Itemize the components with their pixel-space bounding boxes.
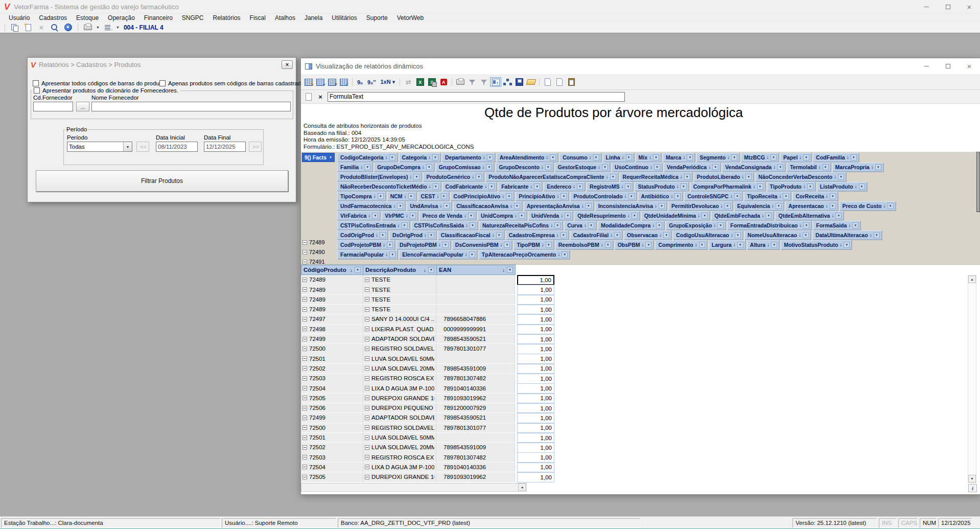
field-chip-departamento[interactable]: Departamento↓▼ <box>442 153 495 162</box>
dialog-titlebar[interactable]: V Relatórios > Cadastros > Produtos × <box>28 58 296 71</box>
field-chip-vlrfabrica[interactable]: VlrFabrica↓▼ <box>337 211 380 220</box>
collapse-icon[interactable] <box>302 475 307 479</box>
sort-arrow-icon[interactable]: ↓ <box>826 194 828 199</box>
sort-arrow-icon[interactable]: ↓ <box>606 174 609 179</box>
transfer-icon[interactable] <box>403 78 413 86</box>
cell-descricao-produto[interactable]: ADAPTADOR SOLDAVE... <box>363 334 436 344</box>
sort-arrow-icon[interactable]: ↓ <box>482 165 484 170</box>
sort-arrow-icon[interactable]: ↓ <box>697 213 700 218</box>
sort-arrow-icon[interactable]: ↓ <box>670 194 673 199</box>
checkbox-all-barcodes[interactable]: Apresentar todos códigos de barras do pr… <box>33 80 164 86</box>
blank-page-icon[interactable] <box>554 78 565 86</box>
column-header-codigo-produto[interactable]: CódigoProduto ↓ ▼ <box>301 265 363 275</box>
filter-dropdown-icon[interactable]: ▼ <box>519 213 525 219</box>
filter-dropdown-icon[interactable]: ▼ <box>830 193 836 199</box>
filter-dropdown-icon[interactable]: ▼ <box>433 183 439 190</box>
sort-arrow-icon[interactable]: ↓ <box>622 155 624 160</box>
cell-value[interactable]: 1,00 <box>517 383 554 394</box>
sort-arrow-icon[interactable]: ↓ <box>779 194 781 199</box>
sort-arrow-icon[interactable]: ↓ <box>581 203 584 209</box>
filter-dropdown-icon[interactable]: ▼ <box>745 174 752 180</box>
cell-value[interactable]: 1,00 <box>517 452 554 463</box>
field-chip-naturezareceitapiscofins[interactable]: NaturezaReceitaPisCofins↓▼ <box>479 221 563 230</box>
sort-arrow-icon[interactable]: ↓ <box>753 184 756 189</box>
menu-item-fiscal[interactable]: Fiscal <box>245 14 270 22</box>
field-chip-controlesngpc[interactable]: ControleSNGPC↓▼ <box>684 192 742 201</box>
sort-arrow-icon[interactable]: ↓ <box>556 233 559 238</box>
sort-arrow-icon[interactable]: ↓ <box>385 252 388 257</box>
field-chip-produtocontrolado[interactable]: ProdutoControlado↓▼ <box>570 192 636 201</box>
filter-dropdown-icon[interactable]: ▼ <box>476 174 482 180</box>
collapse-icon[interactable] <box>365 307 369 312</box>
collapse-icon[interactable] <box>302 386 307 390</box>
sitemap-icon[interactable] <box>502 78 512 86</box>
period-next-button[interactable]: >> <box>249 142 262 152</box>
collapse-icon[interactable] <box>302 356 307 361</box>
sort-arrow-icon[interactable]: ↓ <box>831 213 834 218</box>
cell-ean[interactable] <box>436 295 515 305</box>
paste-icon[interactable] <box>566 78 576 86</box>
cell-ean[interactable]: 7896658047886 <box>436 314 515 325</box>
cell-value[interactable]: 1,00 <box>517 413 554 423</box>
period-select[interactable]: Todas ▼ <box>67 142 132 152</box>
sort-arrow-icon[interactable]: ↓ <box>834 174 836 179</box>
field-chip-mtzbcg[interactable]: MtzBCG↓▼ <box>741 153 779 162</box>
field-chip-apresenta-oanvisa[interactable]: ApresentaçãoAnvisa↓▼ <box>524 201 594 211</box>
field-chip-termolabil[interactable]: Termolabil↓▼ <box>787 163 830 172</box>
collapse-icon[interactable] <box>365 317 369 321</box>
field-chip-categoria[interactable]: Categoria↓▼ <box>399 153 440 162</box>
cell-codigo-produto[interactable]: 72489 <box>301 305 363 315</box>
filter-dropdown-icon[interactable]: ▼ <box>442 242 449 248</box>
vertical-scrollbar[interactable]: ▲ ▼ <box>968 275 976 483</box>
field-chip-correceita[interactable]: CorReceita↓▼ <box>792 192 837 201</box>
collapse-icon[interactable] <box>302 287 307 292</box>
field-chip-requerreceitam-dica[interactable]: RequerReceitaMédica↓▼ <box>620 172 692 181</box>
cell-ean[interactable]: 7898543590521 <box>436 413 515 423</box>
sort-arrow-icon[interactable]: ↓ <box>500 242 502 247</box>
sort-arrow-icon[interactable]: ↓ <box>601 242 603 247</box>
sort-arrow-icon[interactable]: ↓ <box>621 184 623 189</box>
filter-dropdown-icon[interactable]: ▼ <box>410 213 416 219</box>
export-pdf-icon[interactable] <box>438 78 449 86</box>
sort-arrow-icon[interactable]: ↓ <box>510 203 512 209</box>
field-chip-preco-de-venda[interactable]: Preco de Venda↓▼ <box>419 211 476 220</box>
report-titlebar[interactable]: Visualização de relatórios dinâmicos × <box>301 58 980 75</box>
sort-arrow-icon[interactable]: ↓ <box>502 267 505 273</box>
sort-arrow-icon[interactable]: ↓ <box>424 233 427 238</box>
cell-descricao-produto[interactable]: LUVA SOLDAVEL 20MM ... <box>363 443 436 453</box>
filter-dropdown-icon[interactable]: ▼ <box>372 213 378 219</box>
collapse-icon[interactable] <box>365 287 369 292</box>
collapse-icon[interactable] <box>365 347 369 351</box>
field-chip-tipopbm[interactable]: TipoPBM↓▼ <box>514 240 553 249</box>
cell-descricao-produto[interactable]: LIXA D AGUA 3M P-100 <box>363 383 436 394</box>
filter-dropdown-icon[interactable]: ▼ <box>859 183 865 190</box>
cell-codigo-produto[interactable]: 72503 <box>301 452 363 463</box>
field-chip-reembolsopbm[interactable]: ReembolsoPBM↓▼ <box>555 240 613 249</box>
cell-ean[interactable]: 7891040140336 <box>436 463 515 473</box>
filter-dropdown-icon[interactable]: ▼ <box>684 174 690 180</box>
filter-dropdown-icon[interactable]: ▼ <box>807 183 813 190</box>
field-chip-cadastrofilial[interactable]: CadastroFilial↓▼ <box>570 231 622 240</box>
data-final-input[interactable] <box>204 142 246 152</box>
field-chip-cest[interactable]: CEST↓▼ <box>418 192 449 201</box>
field-chip-qtdeembfechada[interactable]: QtdeEmbFechada↓▼ <box>711 211 774 220</box>
filter-dropdown-icon[interactable]: ▼ <box>534 183 540 190</box>
filter-dropdown-icon[interactable]: ▼ <box>702 213 708 219</box>
menu-item-financeiro[interactable]: Financeiro <box>139 14 177 22</box>
field-chip-ncm[interactable]: NCM↓▼ <box>387 192 416 201</box>
sort-arrow-icon[interactable]: ↓ <box>557 252 560 257</box>
filter-dropdown-icon[interactable]: ▼ <box>674 193 681 199</box>
collapse-icon[interactable] <box>302 327 307 331</box>
field-chip-fabricante[interactable]: Fabricante↓▼ <box>498 182 542 191</box>
filter-dropdown-icon[interactable]: ▼ <box>364 164 370 170</box>
sort-arrow-icon[interactable]: ↓ <box>839 242 842 247</box>
sort-arrow-icon[interactable]: ↓ <box>650 165 652 170</box>
filter-dropdown-icon[interactable]: ▼ <box>712 164 718 170</box>
sort-arrow-icon[interactable]: ↓ <box>772 203 774 209</box>
field-chip-registroms[interactable]: RegistroMS↓▼ <box>587 182 633 191</box>
cell-codigo-produto[interactable]: 72499 <box>301 413 363 423</box>
collapse-icon[interactable] <box>302 297 307 302</box>
field-chip-elencofarmaciapopular[interactable]: ElencoFarmaciaPopular↓▼ <box>399 250 477 259</box>
field-chip-listaproduto[interactable]: ListaProduto↓▼ <box>817 182 867 191</box>
cell-ean[interactable]: 7897801301077 <box>436 344 515 354</box>
